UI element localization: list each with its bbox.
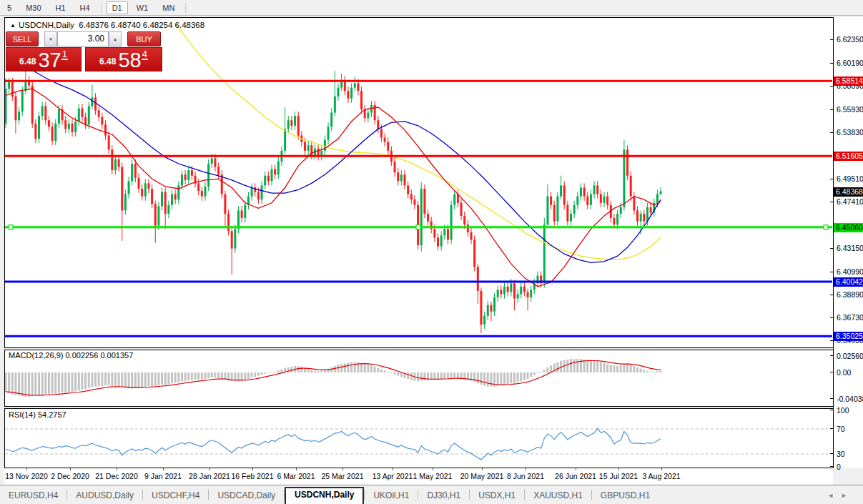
- hline-handle[interactable]: [9, 225, 13, 229]
- rsi-tick-mark: [830, 466, 833, 467]
- hline-handle[interactable]: [416, 225, 420, 229]
- price-tick-mark: [830, 202, 833, 202]
- tab-usdcad[interactable]: USDCAD,Daily: [209, 488, 284, 504]
- macd-axis-label: 0.00: [837, 368, 851, 377]
- chart-title: ▲USDCNH,Daily 6.48376 6.48740 6.48254 6.…: [10, 21, 204, 29]
- rsi-tick-mark: [830, 428, 833, 429]
- price-tick-mark: [830, 272, 833, 272]
- date-label: 26 Jun 2021: [555, 472, 596, 480]
- price-tick-label: 6.43150: [837, 244, 863, 252]
- price-tick-label: 6.62350: [837, 35, 863, 44]
- date-tick-mark: [393, 468, 393, 470]
- date-tick-mark: [26, 468, 27, 470]
- rsi-axis-label: 100: [837, 406, 849, 415]
- buy-price-sup: 4: [142, 50, 148, 60]
- timeframe-button-5[interactable]: 5: [1, 1, 17, 14]
- date-label: 1 May 2021: [413, 472, 453, 480]
- date-label: 25 Mar 2021: [322, 472, 364, 480]
- ohlc-values: 6.48376 6.48740 6.48254 6.48368: [79, 21, 204, 29]
- price-tick-label: 6.40990: [837, 267, 863, 276]
- ma-medium-blue: [6, 55, 661, 262]
- sell-price-big: 37: [38, 51, 61, 69]
- timeframe-button-d1[interactable]: D1: [107, 1, 128, 14]
- timeframe-button-h1[interactable]: H1: [50, 1, 71, 14]
- tab-eurusd[interactable]: EURUSD,H4: [0, 488, 66, 504]
- tab-xauusd[interactable]: XAUUSD,H1: [525, 488, 591, 504]
- tab-dj30[interactable]: DJ30,H1: [418, 488, 469, 504]
- timeframe-button-m30[interactable]: M30: [20, 1, 46, 14]
- price-tick-mark: [830, 109, 833, 110]
- macd-histogram: [5, 359, 662, 397]
- one-click-trading-panel: SELL ▼ 3.00 ▲ BUY 6.48 37 1 6.48 58 4: [6, 31, 162, 71]
- spacer: [122, 31, 127, 46]
- price-tick-mark: [830, 179, 833, 179]
- date-label: 3 Aug 2021: [642, 472, 680, 480]
- date-label: 8 Jun 2021: [507, 472, 544, 480]
- price-tick-mark: [830, 63, 833, 64]
- price-tick-label: 6.38890: [837, 290, 863, 299]
- tab-scroll-left-icon[interactable]: ◄: [827, 492, 841, 499]
- tab-usdchf[interactable]: USDCHF,H4: [143, 488, 208, 504]
- sell-price-small: 6.48: [19, 54, 36, 69]
- date-tick-mark: [296, 468, 297, 470]
- price-tick-mark: [830, 248, 833, 249]
- date-tick-mark: [618, 468, 619, 470]
- date-label: 20 May 2021: [460, 472, 504, 480]
- rsi-line: [6, 428, 661, 460]
- toolbar-separator: [185, 3, 186, 13]
- price-tick-mark: [830, 317, 833, 318]
- timeframe-button-h4[interactable]: H4: [74, 1, 96, 14]
- price-badge-6.48368: 6.48368: [834, 187, 863, 197]
- price-tick-label: 6.49510: [837, 174, 863, 183]
- date-tick-mark: [252, 468, 253, 470]
- buy-price-box[interactable]: 6.48 58 4: [85, 47, 162, 71]
- tab-ukoil[interactable]: UKOil,H1: [365, 488, 418, 504]
- timeframe-button-mn[interactable]: MN: [157, 1, 180, 14]
- price-tick-mark: [830, 295, 833, 295]
- hline-handle[interactable]: [824, 225, 828, 229]
- price-badge-6.58514: 6.58514: [834, 76, 863, 86]
- volume-decrease-button[interactable]: ▼: [44, 31, 57, 46]
- macd-signal-line: [6, 360, 661, 395]
- price-badge-6.40042: 6.40042: [834, 277, 863, 287]
- date-label: 21 Dec 2020: [95, 472, 138, 480]
- macd-tick-mark: [830, 398, 833, 399]
- volume-increase-button[interactable]: ▲: [109, 31, 122, 46]
- price-tick-label: 6.55930: [837, 105, 863, 114]
- rsi-axis-label: 30: [837, 450, 845, 458]
- rsi-axis-label: 70: [837, 425, 845, 433]
- date-tick-mark: [526, 468, 526, 470]
- timeframe-button-w1[interactable]: W1: [131, 1, 154, 14]
- sell-price-sup: 1: [61, 50, 68, 60]
- date-tick-mark: [163, 468, 164, 470]
- date-tick-mark: [482, 468, 483, 470]
- macd-tick-mark: [830, 372, 833, 372]
- sell-button[interactable]: SELL: [6, 31, 39, 46]
- tab-audusd[interactable]: AUDUSD,Daily: [67, 488, 142, 504]
- price-tick-label: 6.60190: [837, 59, 863, 67]
- volume-input[interactable]: 3.00: [57, 31, 109, 46]
- price-tick-mark: [830, 86, 833, 87]
- date-label: 6 Mar 2021: [277, 472, 315, 480]
- date-tick-mark: [117, 468, 117, 470]
- date-tick-mark: [433, 468, 433, 470]
- tab-usdx[interactable]: USDX,H1: [470, 488, 524, 504]
- date-tick-mark: [661, 468, 662, 470]
- expand-triangle-icon[interactable]: ▲: [10, 22, 16, 29]
- tab-gbpusd[interactable]: GBPUSD,H1: [592, 488, 659, 504]
- date-tick-mark: [70, 468, 71, 470]
- tab-scroll-arrows: ◄►: [827, 492, 854, 499]
- tab-usdcnh[interactable]: USDCNH,Daily: [285, 487, 364, 504]
- rsi-label: RSI(14) 54.2757: [9, 410, 66, 419]
- rsi-axis-label: 0: [837, 463, 841, 471]
- rsi-tick-mark: [830, 410, 833, 410]
- date-tick-mark: [209, 468, 210, 470]
- down-arrow-icon: ▼: [49, 37, 53, 41]
- price-tick-label: 6.47410: [837, 197, 863, 206]
- tab-scroll-right-icon[interactable]: ►: [841, 492, 854, 499]
- buy-button[interactable]: BUY: [127, 31, 161, 46]
- date-label: 15 Jul 2021: [599, 472, 638, 480]
- toolbar-separator: [101, 3, 102, 13]
- sell-price-box[interactable]: 6.48 37 1: [6, 47, 82, 71]
- buy-price-big: 58: [118, 51, 141, 69]
